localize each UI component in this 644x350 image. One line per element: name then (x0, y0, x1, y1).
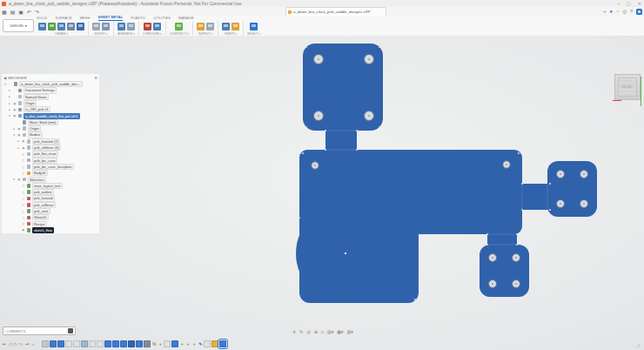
visibility-eye-icon[interactable]: ◻ (22, 165, 26, 169)
variants-icon[interactable] (153, 23, 161, 30)
browser-row[interactable]: ◻Sketch5 (2, 214, 99, 220)
browser-row[interactable]: ▾◉Sketches (2, 176, 99, 182)
close-button[interactable]: ✕ (638, 1, 641, 6)
tree-caret-icon[interactable]: ▾ (12, 178, 16, 181)
timeline-marker-active[interactable] (219, 340, 226, 348)
visibility-eye-icon[interactable]: ◉ (17, 178, 22, 181)
derive-icon[interactable] (77, 23, 84, 30)
maximize-button[interactable]: ▢ (627, 1, 631, 6)
timeline-feature-marker[interactable]: + (185, 341, 191, 347)
browser-row[interactable]: ◻pcb_vent (2, 208, 99, 214)
data-panel-icon[interactable]: ▦ (2, 9, 7, 15)
visibility-eye-icon[interactable]: ◻ (22, 216, 26, 219)
grid-settings-icon[interactable]: ▦▾ (337, 329, 343, 334)
timeline-feature-marker[interactable] (171, 340, 178, 348)
visibility-eye-icon[interactable]: ◻ (22, 172, 26, 175)
visibility-eye-icon[interactable]: ◉ (22, 228, 26, 232)
refold-icon[interactable] (102, 23, 110, 30)
browser-row[interactable]: Main: Steel (mm) (2, 119, 99, 125)
recent-icon[interactable]: ◔ (616, 9, 619, 14)
browser-row[interactable]: ◻pcb_stiffener (2, 202, 99, 208)
tree-caret-icon[interactable]: ▾ (12, 133, 16, 137)
visibility-eye-icon[interactable]: ◉ (13, 108, 17, 111)
timeline-feature-marker[interactable] (120, 340, 127, 348)
visibility-eye-icon[interactable]: ◻ (22, 184, 26, 187)
joint-icon[interactable] (127, 23, 135, 30)
section-analysis-icon[interactable] (206, 23, 214, 30)
timeline-feature-marker[interactable] (144, 340, 151, 348)
browser-settings-icon[interactable]: ⚙ (94, 76, 97, 80)
tree-caret-icon[interactable]: ▾ (8, 114, 11, 118)
insert-mesh-icon[interactable] (222, 23, 230, 30)
tab-surface[interactable]: SURFACE (55, 17, 71, 21)
visibility-eye-icon[interactable]: ◉ (22, 139, 26, 143)
workspace-selector[interactable]: DESIGN ▾ (3, 19, 34, 32)
tree-caret-icon[interactable]: ▸ (8, 89, 11, 92)
tab-mesh[interactable]: MESH (80, 17, 91, 21)
create-sketch-icon[interactable] (48, 23, 56, 30)
visibility-eye-icon[interactable]: ◻ (22, 222, 26, 225)
browser-row[interactable]: ◻Recipe (2, 221, 99, 227)
tab-utilities[interactable]: UTILITIES (153, 17, 171, 21)
hole-icon[interactable] (67, 23, 75, 30)
timeline-feature-marker[interactable]: + (158, 341, 163, 347)
timeline-feature-marker[interactable] (57, 340, 64, 348)
tree-caret-icon[interactable]: ▾ (3, 83, 7, 86)
user-avatar[interactable]: ☻ (636, 9, 642, 15)
play-icon[interactable]: ▷ (14, 341, 17, 347)
timeline-feature-marker[interactable]: + (179, 341, 184, 347)
loop-icon[interactable]: ↔ (30, 341, 35, 347)
construction-plane-icon[interactable] (175, 23, 183, 30)
fit-icon[interactable]: □ (321, 329, 324, 334)
unfold-icon[interactable] (92, 23, 100, 30)
step-forward-icon[interactable]: ▷ (19, 341, 23, 347)
timeline-feature-marker[interactable] (164, 340, 171, 348)
browser-row[interactable]: ▾a_down_bra_clock_pcb_saddle_des… (2, 81, 99, 87)
comments-box[interactable]: COMMENTS (3, 326, 76, 335)
pan-icon[interactable]: ✛ (292, 329, 296, 334)
timeline-feature-marker[interactable] (104, 340, 111, 348)
browser-row[interactable]: ◻Body16 (2, 170, 99, 176)
go-to-end-icon[interactable]: ⇥ (25, 341, 29, 347)
new-component-icon[interactable] (117, 23, 125, 30)
job-status-icon[interactable]: ● (609, 9, 612, 14)
visibility-eye-icon[interactable]: ◉ (17, 127, 22, 131)
timeline-feature-marker[interactable] (112, 340, 119, 348)
redo-icon[interactable]: ↷ (35, 9, 39, 15)
visibility-eye-icon[interactable]: ◻ (22, 158, 26, 162)
look-at-icon[interactable]: ◎ (306, 329, 310, 334)
visibility-eye-icon[interactable]: ◉ (13, 102, 17, 105)
visibility-eye-icon[interactable]: ◻ (22, 203, 26, 206)
visibility-eye-icon[interactable]: ◻ (22, 191, 26, 194)
browser-row[interactable]: ▾◉Bodies (2, 131, 99, 138)
timeline-feature-marker[interactable] (81, 340, 88, 348)
insert-derive-icon[interactable] (231, 23, 239, 30)
modeling-canvas[interactable]: FRONT ◀ BROWSER ⚙ ▾a_down_bra_clock_pcb_… (0, 36, 644, 350)
browser-row[interactable]: ◉sketch_flow (2, 227, 99, 233)
timeline-feature-marker[interactable]: + (191, 341, 197, 347)
tab-manage[interactable]: MANAGE (178, 17, 194, 21)
tree-caret-icon[interactable]: ▸ (8, 108, 11, 111)
view-cube-front-face[interactable]: FRONT (618, 77, 637, 97)
browser-row[interactable]: ▸Named Views (2, 94, 99, 100)
view-cube[interactable]: FRONT (614, 74, 641, 100)
extrude-icon[interactable] (57, 23, 65, 30)
browser-row[interactable]: ▸◉pcb_fusetab (7) (2, 138, 99, 145)
browser-row[interactable]: ◻pcb_fpc_case (2, 158, 99, 164)
timeline-feature-marker[interactable] (211, 340, 218, 348)
timeline-feature-marker[interactable] (73, 340, 80, 348)
zoom-icon[interactable]: ⊕ (314, 329, 318, 334)
save-icon[interactable]: ▣ (18, 9, 23, 15)
measure-icon[interactable] (197, 23, 205, 30)
browser-row[interactable]: ◻pcb_fpc_case_faceplate (2, 164, 99, 170)
flange-icon[interactable] (38, 23, 46, 30)
browser-row[interactable]: ▸◉Origin (2, 100, 99, 106)
select-icon[interactable] (250, 23, 258, 30)
browser-row[interactable]: ▾◉a_drw_saddle_clock_flat_pat v4:1 (2, 112, 99, 118)
go-to-start-icon[interactable]: ⇤ (3, 341, 6, 347)
tab-solid[interactable]: SOLID (37, 17, 47, 21)
timeline-feature-marker[interactable]: % (151, 341, 157, 347)
browser-row[interactable]: ▸◉Origin (2, 125, 99, 131)
help-icon[interactable]: ? (630, 9, 633, 14)
timeline-feature-marker[interactable] (204, 340, 211, 348)
